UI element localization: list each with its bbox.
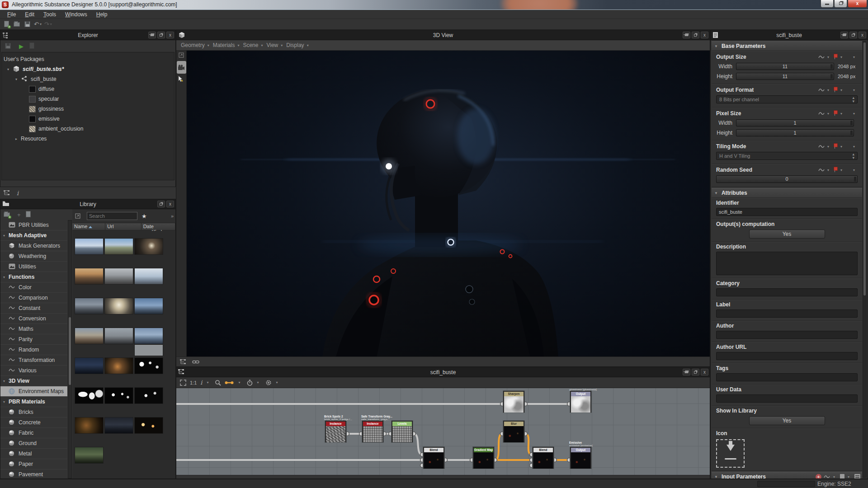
graph-node-gradient-map[interactable]: Gradient Map bbox=[473, 447, 494, 469]
tree-item-emissive[interactable]: emissive bbox=[4, 114, 174, 124]
graph-wire[interactable] bbox=[414, 434, 422, 455]
graph-node-blend1[interactable]: Blend bbox=[423, 447, 444, 469]
tree-item-ambient-occlusion[interactable]: ambient_occlusion bbox=[4, 124, 174, 134]
edit-cursor-icon[interactable] bbox=[178, 75, 185, 83]
more-options-chevrons[interactable]: » bbox=[171, 213, 174, 219]
tree-item-scifi-buste-sbs-[interactable]: ▾scifi_buste.sbs* bbox=[4, 64, 174, 74]
properties-scrollbar[interactable] bbox=[863, 41, 867, 478]
chevron-down-icon[interactable]: ▾ bbox=[840, 168, 842, 172]
chevron-down-icon[interactable]: ▾ bbox=[853, 112, 855, 116]
sidebar-item-constant[interactable]: Constant bbox=[0, 303, 67, 314]
chevron-down-icon[interactable]: ▾ bbox=[840, 88, 842, 92]
attribute-input[interactable] bbox=[716, 288, 858, 296]
collapse-arrow-icon[interactable]: ▼ bbox=[714, 475, 718, 479]
minimize-button[interactable] bbox=[821, 0, 834, 8]
zoom-tool-icon[interactable] bbox=[215, 380, 221, 386]
collapse-arrow-icon[interactable]: ▾ bbox=[7, 67, 11, 71]
chevron-down-icon[interactable]: ▾ bbox=[827, 145, 829, 149]
chevron-down-icon[interactable]: ▾ bbox=[853, 145, 855, 149]
env-map-thumbnail[interactable] bbox=[134, 387, 163, 404]
search-input[interactable] bbox=[87, 212, 137, 220]
attribute-input[interactable] bbox=[716, 352, 858, 360]
close-panel-button[interactable]: x bbox=[701, 369, 708, 375]
column-header-name[interactable]: Name bbox=[72, 223, 105, 230]
sidebar-item-various[interactable]: Various bbox=[0, 366, 67, 376]
close-panel-button[interactable]: x bbox=[859, 32, 866, 38]
sidebar-item-bricks[interactable]: Bricks bbox=[0, 407, 67, 418]
function-icon[interactable] bbox=[818, 168, 825, 172]
info-dropdown-arrow[interactable]: ▾ bbox=[207, 380, 208, 385]
sidebar-item-maths[interactable]: Maths bbox=[0, 324, 67, 334]
graph-header[interactable]: scifi_buste x bbox=[176, 367, 710, 377]
graph-wire-selected[interactable] bbox=[525, 434, 532, 455]
chevron-down-icon[interactable]: ▾ bbox=[840, 145, 842, 149]
expand-arrow-icon[interactable]: ▸ bbox=[15, 137, 19, 141]
redo-dropdown-arrow[interactable]: ▾ bbox=[50, 22, 52, 26]
view3d-menu-materials[interactable]: Materials▾ bbox=[213, 42, 240, 48]
env-map-thumbnail[interactable] bbox=[104, 387, 133, 404]
attribute-input[interactable] bbox=[716, 331, 858, 339]
section-input-parameters[interactable]: ▼Input Parameters+▾▾ bbox=[712, 472, 862, 479]
env-map-thumbnail[interactable] bbox=[134, 344, 163, 356]
export-button[interactable] bbox=[28, 42, 36, 50]
env-map-thumbnail[interactable] bbox=[134, 357, 163, 374]
sidebar-item-random[interactable]: Random bbox=[0, 345, 67, 355]
explorer-header[interactable]: Explorer x bbox=[0, 30, 175, 40]
env-map-thumbnail[interactable] bbox=[134, 238, 163, 255]
env-map-thumbnail[interactable] bbox=[134, 268, 163, 285]
value-slider[interactable]: 1 bbox=[736, 119, 854, 127]
sidebar-item-mesh-adaptive[interactable]: ▾Mesh Adaptive bbox=[0, 230, 67, 241]
close-panel-button[interactable]: x bbox=[166, 201, 174, 207]
pin-button[interactable] bbox=[148, 32, 156, 38]
sidebar-item-transformation[interactable]: Transformation bbox=[0, 355, 67, 366]
chevron-down-icon[interactable]: ▾ bbox=[833, 475, 835, 479]
camera-tool-button[interactable] bbox=[177, 61, 186, 74]
library-list-scrollbar[interactable] bbox=[68, 220, 72, 479]
close-panel-button[interactable]: x bbox=[701, 32, 708, 38]
tree-item-scifi-buste[interactable]: ▾scifi_buste bbox=[4, 74, 174, 84]
export-icon[interactable] bbox=[854, 474, 860, 479]
pin-button[interactable] bbox=[683, 369, 690, 375]
env-map-thumbnail[interactable] bbox=[75, 357, 104, 374]
expand-search-icon[interactable] bbox=[75, 213, 80, 219]
edit-filter-button[interactable] bbox=[24, 211, 33, 218]
collapse-arrow-icon[interactable]: ▾ bbox=[3, 234, 7, 238]
link-icon[interactable] bbox=[834, 54, 838, 58]
collapse-arrow-icon[interactable]: ▼ bbox=[714, 44, 718, 48]
sidebar-item-pbr-utilities[interactable]: PBR Utilities bbox=[0, 220, 67, 230]
graph-view-button[interactable] bbox=[4, 190, 10, 196]
undo-button[interactable]: ↶ bbox=[34, 21, 39, 28]
scrollbar-thumb[interactable] bbox=[69, 317, 71, 385]
toggle-button[interactable]: Yes bbox=[749, 230, 825, 239]
tree-item-glossiness[interactable]: glossiness bbox=[4, 104, 174, 114]
collapse-arrow-icon[interactable]: ▾ bbox=[15, 77, 19, 81]
fit-view-button[interactable] bbox=[180, 380, 186, 386]
chevron-down-icon[interactable]: ▾ bbox=[853, 168, 855, 172]
view3d-menu-display[interactable]: Display▾ bbox=[286, 42, 308, 48]
settings-gear-icon[interactable] bbox=[265, 380, 272, 386]
column-header-url[interactable]: Url bbox=[105, 223, 141, 230]
chevron-down-icon[interactable]: ▾ bbox=[840, 55, 842, 59]
value-slider[interactable]: 11 bbox=[736, 63, 834, 70]
sidebar-item-3d-view[interactable]: ▾3D View bbox=[0, 376, 67, 386]
sidebar-item-conversion[interactable]: Conversion bbox=[0, 314, 67, 324]
sidebar-item-concrete[interactable]: Concrete bbox=[0, 418, 67, 428]
add-folder-button[interactable]: + bbox=[3, 211, 11, 218]
add-filter-button[interactable]: + bbox=[17, 211, 21, 218]
sidebar-item-environment-maps[interactable]: Environment Maps bbox=[0, 386, 67, 397]
graph-node-brick-spots[interactable]: InstanceBrick Spots 2brick_spots_2 [edge… bbox=[325, 421, 346, 442]
sidebar-item-functions[interactable]: ▾Functions bbox=[0, 272, 67, 282]
view3d-menu-scene[interactable]: Scene▾ bbox=[243, 42, 263, 48]
chevron-down-icon[interactable]: ▾ bbox=[853, 55, 855, 59]
zoom-1-1-button[interactable]: 1:1 bbox=[190, 380, 197, 385]
env-map-thumbnail[interactable] bbox=[75, 268, 104, 285]
env-map-thumbnail[interactable] bbox=[134, 417, 163, 434]
toggle-button[interactable]: Yes bbox=[749, 416, 825, 425]
env-map-thumbnail[interactable] bbox=[134, 298, 163, 314]
float-button[interactable] bbox=[157, 32, 165, 38]
pop-out-icon[interactable] bbox=[178, 52, 185, 60]
sidebar-item-ground[interactable]: Ground bbox=[0, 438, 67, 449]
chevron-down-icon[interactable]: ▾ bbox=[853, 88, 855, 92]
float-button[interactable] bbox=[157, 201, 165, 207]
float-button[interactable] bbox=[692, 369, 699, 375]
